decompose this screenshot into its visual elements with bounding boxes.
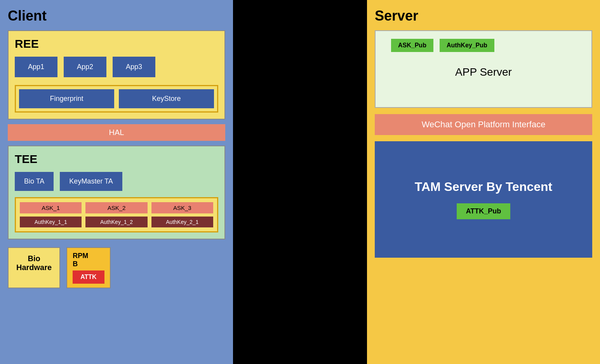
wechat-bar: WeChat Open Platform Interface bbox=[375, 114, 592, 135]
server-panel: Server ASK_Pub AuthKey_Pub APP Server We… bbox=[367, 0, 600, 364]
ask-authkey-container: ASK_1 ASK_2 ASK_3 AuthKey_1_1 AuthKey_1_… bbox=[15, 197, 218, 232]
server-title: Server bbox=[375, 8, 592, 24]
authkey11-chip: AuthKey_1_1 bbox=[20, 217, 82, 227]
apps-row: App1 App2 App3 bbox=[15, 57, 218, 77]
ask1-chip: ASK_1 bbox=[20, 202, 82, 213]
tee-box: TEE Bio TA KeyMaster TA ASK_1 ASK_2 ASK_… bbox=[8, 146, 225, 239]
app-server-box: ASK_Pub AuthKey_Pub APP Server bbox=[375, 30, 592, 108]
app-server-label: APP Server bbox=[455, 66, 512, 78]
ree-box: REE App1 App2 App3 Fingerprint KeyStore bbox=[8, 30, 225, 120]
client-title: Client bbox=[8, 8, 225, 24]
ree-title: REE bbox=[15, 37, 218, 50]
rpmb-label: RPM B bbox=[73, 252, 88, 268]
rpmb-box: RPM B ATTK bbox=[66, 247, 110, 288]
ta-row: Bio TA KeyMaster TA bbox=[15, 172, 218, 191]
keystore-box: KeyStore bbox=[119, 89, 214, 108]
ask3-chip: ASK_3 bbox=[151, 202, 213, 213]
ask-row: ASK_1 ASK_2 ASK_3 bbox=[20, 202, 213, 213]
bottom-row: Bio Hardware RPM B ATTK bbox=[8, 247, 225, 288]
attk-chip: ATTK bbox=[73, 270, 104, 284]
black-gap bbox=[233, 0, 367, 364]
authkey-pub-chip: AuthKey_Pub bbox=[440, 39, 494, 52]
tam-server-box: TAM Server By Tencent ATTK_Pub bbox=[375, 141, 592, 258]
app1-box: App1 bbox=[15, 57, 57, 77]
keymaster-ta-box: KeyMaster TA bbox=[60, 172, 122, 191]
app-server-keys-row: ASK_Pub AuthKey_Pub bbox=[391, 39, 494, 52]
bio-ta-box: Bio TA bbox=[15, 172, 54, 191]
authkey-row: AuthKey_1_1 AuthKey_1_2 AuthKey_2_1 bbox=[20, 217, 213, 227]
authkey21-chip: AuthKey_2_1 bbox=[151, 217, 213, 227]
bio-hardware-box: Bio Hardware bbox=[8, 247, 60, 288]
fingerprint-box: Fingerprint bbox=[19, 89, 114, 108]
ask-pub-chip: ASK_Pub bbox=[391, 39, 433, 52]
tam-server-label: TAM Server By Tencent bbox=[415, 180, 552, 194]
app2-box: App2 bbox=[64, 57, 106, 77]
app3-box: App3 bbox=[113, 57, 155, 77]
client-panel: Client REE App1 App2 App3 Fingerprint Ke… bbox=[0, 0, 233, 364]
authkey12-chip: AuthKey_1_2 bbox=[85, 217, 147, 227]
tee-title: TEE bbox=[15, 153, 218, 166]
ask2-chip: ASK_2 bbox=[85, 202, 147, 213]
fp-ks-row: Fingerprint KeyStore bbox=[15, 85, 218, 113]
attk-pub-chip: ATTK_Pub bbox=[457, 203, 511, 219]
hal-bar: HAL bbox=[8, 124, 225, 141]
